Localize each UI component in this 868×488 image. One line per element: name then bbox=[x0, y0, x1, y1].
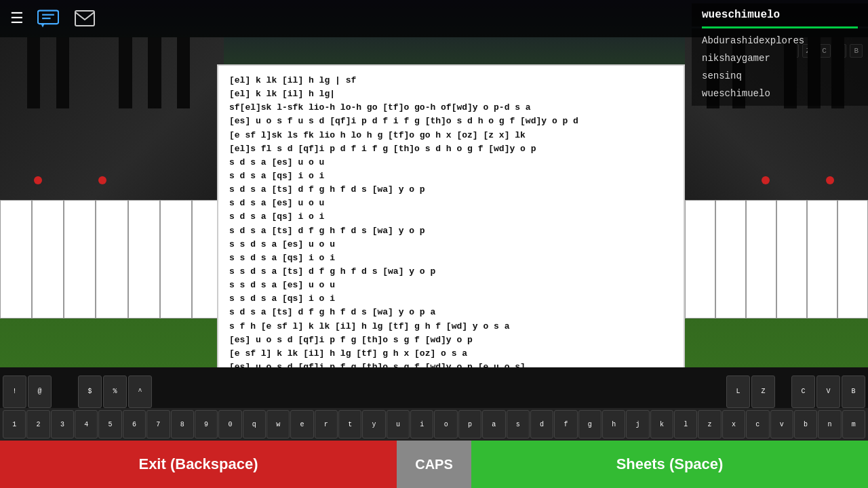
sheet-line: s d s a [es] u o u bbox=[229, 197, 673, 210]
key-m[interactable]: m bbox=[842, 410, 865, 439]
sheet-line: [el] k lk [il] h lg| bbox=[229, 87, 673, 101]
sheet-line: [el] k lk [il] h lg | sf bbox=[229, 74, 673, 87]
key-0[interactable]: 0 bbox=[218, 410, 241, 439]
exit-button[interactable]: Exit (Backspace) bbox=[0, 441, 397, 488]
key-j[interactable]: j bbox=[626, 410, 649, 439]
piano-white-key[interactable] bbox=[96, 200, 127, 319]
key-o[interactable]: o bbox=[434, 410, 457, 439]
key-5[interactable]: 5 bbox=[98, 410, 121, 439]
piano-black-key[interactable] bbox=[148, 37, 161, 108]
mail-button[interactable] bbox=[73, 8, 97, 30]
key-e[interactable]: e bbox=[290, 410, 313, 439]
key-s[interactable]: s bbox=[507, 410, 530, 439]
piano-white-key[interactable] bbox=[64, 200, 96, 319]
svg-rect-4 bbox=[75, 11, 94, 26]
key-g[interactable]: g bbox=[578, 410, 601, 439]
key-L[interactable]: L bbox=[726, 375, 750, 408]
key-9[interactable]: 9 bbox=[195, 410, 218, 439]
key-p[interactable]: p bbox=[458, 410, 481, 439]
piano-white-key[interactable] bbox=[0, 200, 32, 319]
piano-white-key[interactable] bbox=[685, 200, 715, 319]
piano-black-key[interactable] bbox=[177, 37, 191, 108]
sheet-line: s d s a [ts] d f g h f d s [wa] y o p bbox=[229, 224, 673, 238]
key-l[interactable]: l bbox=[674, 410, 697, 439]
key-r[interactable]: r bbox=[315, 410, 338, 439]
piano-white-key[interactable] bbox=[746, 200, 776, 319]
piano-white-key[interactable] bbox=[32, 200, 64, 319]
sheet-line: s d s a [es] u o u bbox=[229, 156, 673, 169]
key-dollar[interactable]: $ bbox=[78, 375, 102, 408]
key-k[interactable]: k bbox=[650, 410, 673, 439]
user-item[interactable]: Abdurashidexplores bbox=[692, 32, 868, 49]
key-B-right[interactable]: B bbox=[842, 375, 865, 408]
key-u[interactable]: u bbox=[387, 410, 410, 439]
key-x[interactable]: x bbox=[722, 410, 745, 439]
key-b[interactable]: b bbox=[794, 410, 817, 439]
key-V-right[interactable]: V bbox=[816, 375, 840, 408]
key-caret[interactable]: ^ bbox=[128, 375, 152, 408]
key-8[interactable]: 8 bbox=[171, 410, 194, 439]
key-exclamation[interactable]: ! bbox=[3, 375, 26, 408]
key-d[interactable]: d bbox=[530, 410, 553, 439]
key-v[interactable]: v bbox=[770, 410, 793, 439]
svg-marker-3 bbox=[41, 24, 44, 27]
piano-white-keys-right bbox=[685, 200, 868, 319]
caps-button[interactable]: CAPS bbox=[397, 441, 471, 488]
key-w[interactable]: w bbox=[267, 410, 290, 439]
user-item[interactable]: wueschimuelo bbox=[692, 85, 868, 102]
piano-left bbox=[0, 37, 224, 319]
key-3[interactable]: 3 bbox=[51, 410, 74, 439]
key-Z-right[interactable]: Z bbox=[751, 375, 775, 408]
current-user: wueschimuelo bbox=[692, 3, 868, 26]
key-f[interactable]: f bbox=[554, 410, 577, 439]
sheet-line: s s d s a [qs] i o i bbox=[229, 251, 673, 265]
sheet-line: s s d s a [es] u o u bbox=[229, 279, 673, 292]
sheets-button[interactable]: Sheets (Space) bbox=[471, 441, 868, 488]
sheet-line: s d s a [qs] i o i bbox=[229, 169, 673, 183]
piano-black-key[interactable] bbox=[119, 37, 132, 108]
red-dot-right bbox=[826, 176, 834, 184]
piano-black-key[interactable] bbox=[56, 37, 70, 108]
key-6[interactable]: 6 bbox=[123, 410, 146, 439]
piano-white-key[interactable] bbox=[715, 200, 746, 319]
key-t[interactable]: t bbox=[338, 410, 361, 439]
piano-white-key[interactable] bbox=[837, 200, 868, 319]
svg-rect-0 bbox=[38, 10, 58, 24]
key-at[interactable]: @ bbox=[28, 375, 52, 408]
key-y[interactable]: y bbox=[362, 410, 385, 439]
sheet-line: s s d s a [ts] d f g h f d s [wa] y o p bbox=[229, 265, 673, 279]
key-q[interactable]: q bbox=[243, 410, 266, 439]
key-percent[interactable]: % bbox=[103, 375, 127, 408]
key-h[interactable]: h bbox=[602, 410, 625, 439]
user-list: Abdurashidexplores nikshaygamer sensinq … bbox=[692, 28, 868, 106]
key-i[interactable]: i bbox=[410, 410, 433, 439]
key-4[interactable]: 4 bbox=[75, 410, 98, 439]
users-panel: wueschimuelo Abdurashidexplores nikshayg… bbox=[692, 0, 868, 136]
piano-white-key[interactable] bbox=[160, 200, 192, 319]
red-dot-left bbox=[34, 176, 42, 184]
sheet-line: s d s a [ts] d f g h f d s [wa] y o p a bbox=[229, 306, 673, 319]
key-7[interactable]: 7 bbox=[146, 410, 170, 439]
key-z[interactable]: z bbox=[698, 410, 721, 439]
red-dot-left2 bbox=[98, 176, 106, 184]
sheet-line: s d s a [qs] i o i bbox=[229, 210, 673, 224]
sheet-line: [es] u o s f u s d [qf]i p d f i f g [th… bbox=[229, 115, 673, 128]
user-item[interactable]: sensinq bbox=[692, 67, 868, 85]
piano-black-key[interactable] bbox=[27, 37, 41, 108]
red-dot-right2 bbox=[762, 176, 770, 184]
piano-white-key[interactable] bbox=[128, 200, 160, 319]
key-c[interactable]: c bbox=[746, 410, 769, 439]
key-2[interactable]: 2 bbox=[26, 410, 50, 439]
user-item[interactable]: nikshaygamer bbox=[692, 49, 868, 67]
key-C-right[interactable]: C bbox=[791, 375, 815, 408]
chat-button[interactable] bbox=[36, 8, 60, 30]
key-n[interactable]: n bbox=[818, 410, 841, 439]
key-a[interactable]: a bbox=[482, 410, 505, 439]
sheet-line: [es] u o s d [qf]i p f g [th]o s g f [wd… bbox=[229, 333, 673, 347]
sheet-line: s s d s a [es] u o u bbox=[229, 238, 673, 251]
sheet-line: sf[el]sk l-sfk lio-h lo-h go [tf]o go-h … bbox=[229, 101, 673, 115]
hamburger-icon[interactable]: ☰ bbox=[10, 9, 24, 28]
piano-white-key[interactable] bbox=[776, 200, 807, 319]
piano-white-key[interactable] bbox=[807, 200, 837, 319]
key-1[interactable]: 1 bbox=[3, 410, 26, 439]
